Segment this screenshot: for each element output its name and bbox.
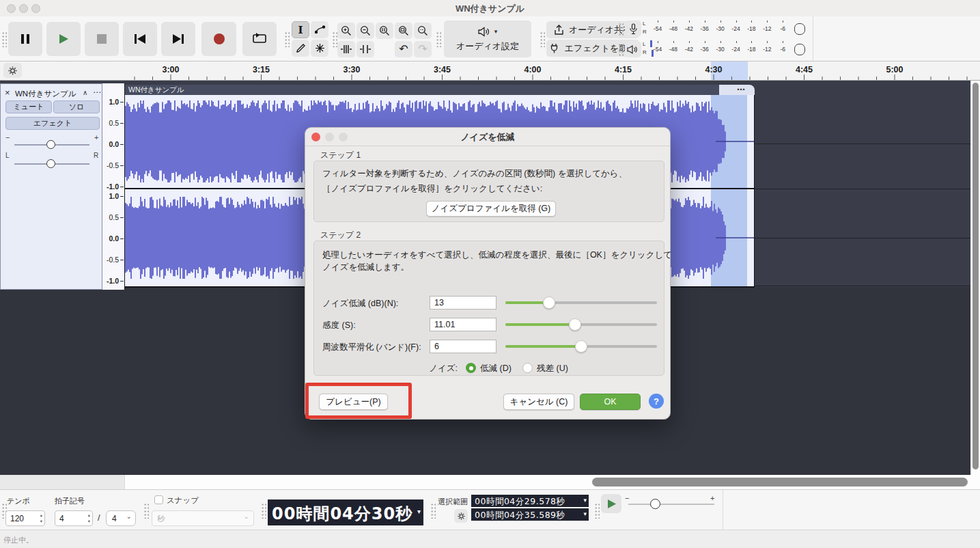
radio-reduce-label[interactable]: 低減 (D) bbox=[480, 363, 512, 374]
selection-start-chevron-icon[interactable]: ▾ bbox=[583, 497, 587, 504]
transport-toolbar-grip[interactable] bbox=[1, 31, 7, 47]
timesig-lower-chevron-icon: ⌄ bbox=[126, 512, 132, 520]
vertical-scrollbar[interactable] bbox=[970, 81, 980, 475]
dialog-title-bar[interactable]: ノイズを低減 bbox=[305, 128, 670, 146]
playback-meter[interactable]: LR-54-48-42-36-30-24-18-12-6 bbox=[643, 40, 811, 58]
tools-toolbar-grip[interactable] bbox=[284, 31, 290, 47]
record-meter-grip[interactable] bbox=[618, 22, 624, 37]
redo-button[interactable]: ↷ bbox=[414, 41, 432, 57]
selection-options-button[interactable] bbox=[454, 509, 468, 523]
envelope-tool-button[interactable] bbox=[311, 21, 328, 38]
track-name[interactable]: WN付きサンプル bbox=[15, 89, 76, 99]
noise-reduction-input[interactable]: 13 bbox=[430, 296, 496, 310]
play-speed-grip[interactable] bbox=[594, 502, 600, 519]
gear-icon bbox=[457, 512, 466, 521]
clip-menu-icon[interactable]: ⋯ bbox=[737, 85, 745, 94]
timeline-ruler[interactable]: 3:003:153:303:454:004:154:304:455:00 bbox=[0, 61, 980, 81]
vertical-ruler[interactable]: 1.00.50.0-0.5-1.01.00.50.0-0.5-1.0 bbox=[102, 83, 125, 290]
timesig-stepper[interactable]: ▴▾ bbox=[88, 512, 90, 524]
frequency-smoothing-input[interactable]: 6 bbox=[430, 340, 496, 353]
snap-checkbox[interactable] bbox=[154, 495, 163, 504]
speed-plus-label: + bbox=[710, 494, 714, 502]
solo-button[interactable]: ソロ bbox=[53, 100, 100, 113]
speed-slider-track[interactable] bbox=[628, 504, 714, 505]
bottom-toolbar-divider bbox=[723, 490, 723, 530]
ok-button[interactable]: OK bbox=[580, 394, 641, 410]
noise-reduction-slider[interactable] bbox=[505, 301, 657, 304]
selection-end-chevron-icon[interactable]: ▾ bbox=[583, 510, 587, 517]
loop-icon bbox=[252, 33, 267, 45]
play-button[interactable] bbox=[46, 22, 81, 56]
help-button[interactable]: ? bbox=[649, 394, 664, 409]
timesig-upper-input[interactable]: 4 ▴▾ bbox=[55, 510, 93, 526]
play-at-speed-button[interactable] bbox=[601, 494, 621, 513]
sensitivity-input[interactable]: 11.01 bbox=[430, 318, 496, 331]
time-display[interactable]: 00時間04分30秒 ▾ bbox=[268, 499, 423, 525]
selection-tool-button[interactable]: I bbox=[292, 21, 309, 38]
horizontal-scrollbar-thumb[interactable] bbox=[592, 478, 968, 487]
record-button[interactable] bbox=[201, 22, 236, 56]
vertical-scrollbar-thumb[interactable] bbox=[972, 83, 979, 469]
track-menu-icon[interactable]: ⋯ bbox=[93, 87, 101, 97]
fit-selection-button[interactable] bbox=[376, 23, 393, 39]
silence-audio-button[interactable] bbox=[356, 41, 374, 57]
ruler-tick bbox=[120, 144, 124, 145]
ruler-tick bbox=[120, 196, 124, 197]
fit-project-button[interactable] bbox=[395, 23, 412, 39]
time-display-chevron-icon[interactable]: ▾ bbox=[417, 508, 421, 515]
timeline-time-label: 4:45 bbox=[789, 65, 819, 74]
status-bar: 停止中。 bbox=[0, 530, 980, 548]
mute-button[interactable]: ミュート bbox=[5, 100, 52, 113]
gain-slider-thumb[interactable] bbox=[46, 140, 55, 149]
skip-to-end-button[interactable] bbox=[161, 22, 195, 56]
pause-button[interactable] bbox=[8, 22, 42, 56]
ruler-value: -1.0 bbox=[102, 182, 119, 191]
close-track-icon[interactable]: × bbox=[5, 87, 10, 98]
frequency-smoothing-slider[interactable] bbox=[505, 345, 657, 348]
loop-button[interactable] bbox=[242, 22, 277, 56]
collapse-track-icon[interactable]: ∧ bbox=[83, 89, 87, 96]
radio-reduce[interactable] bbox=[466, 363, 476, 373]
audio-setup-grip[interactable] bbox=[436, 31, 441, 47]
audio-setup-button[interactable]: ▾ オーディオ設定 bbox=[444, 20, 531, 57]
clip-header[interactable]: WN付きサンプル ⋯ bbox=[125, 85, 755, 95]
stop-button[interactable] bbox=[85, 22, 119, 56]
trim-audio-button[interactable] bbox=[337, 41, 355, 57]
selection-end-field[interactable]: 00時間04分35.589秒 ▾ bbox=[471, 508, 589, 521]
cancel-button[interactable]: キャンセル (C) bbox=[503, 394, 574, 410]
timeline-time-label: 5:00 bbox=[880, 65, 910, 74]
selection-start-value: 00時間04分29.578秒 bbox=[475, 496, 565, 508]
undo-button[interactable]: ↶ bbox=[395, 41, 412, 57]
get-noise-profile-button[interactable]: ノイズプロファイルを取得 (G) bbox=[426, 201, 556, 217]
radio-residue[interactable] bbox=[522, 363, 533, 373]
step1-text-line2: ［ノイズプロファイルを取得］をクリックしてください: bbox=[322, 183, 542, 195]
record-meter-mic-button[interactable] bbox=[625, 20, 641, 37]
snap-combo[interactable]: 秒 ⌄ bbox=[152, 510, 254, 526]
pencil-icon bbox=[296, 43, 306, 53]
edit-toolbar-grip[interactable] bbox=[332, 31, 337, 47]
selection-start-field[interactable]: 00時間04分29.578秒 ▾ bbox=[471, 495, 589, 507]
effects-button[interactable]: エフェクト bbox=[5, 117, 100, 130]
timedisplay-grip[interactable] bbox=[261, 502, 266, 519]
sensitivity-slider[interactable] bbox=[505, 323, 657, 326]
tempo-input[interactable]: 120 ▴▾ bbox=[5, 510, 45, 526]
zoom-toggle-button[interactable] bbox=[414, 23, 432, 39]
draw-tool-button[interactable] bbox=[292, 40, 309, 57]
playback-meter-grip[interactable] bbox=[618, 42, 624, 57]
pan-slider-thumb[interactable] bbox=[46, 159, 55, 168]
selection-toolbar-grip[interactable] bbox=[430, 502, 436, 519]
recording-meter[interactable]: LR-54-48-42-36-30-24-18-12-6 bbox=[643, 20, 811, 38]
track-control-panel[interactable]: × WN付きサンプル ∧ ⋯ ミュート ソロ エフェクト − + L R bbox=[0, 83, 102, 290]
skip-to-start-button[interactable] bbox=[123, 22, 157, 56]
multi-tool-button[interactable] bbox=[311, 40, 328, 57]
tempo-stepper[interactable]: ▴▾ bbox=[40, 512, 42, 524]
zoom-in-button[interactable] bbox=[337, 23, 355, 39]
radio-residue-label[interactable]: 残差 (U) bbox=[537, 363, 568, 374]
timesig-lower-select[interactable]: 4 ⌄ bbox=[106, 510, 136, 526]
speed-slider-thumb[interactable] bbox=[650, 499, 660, 509]
share-toolbar-grip[interactable] bbox=[540, 31, 545, 47]
playback-meter-speaker-button[interactable] bbox=[625, 41, 641, 57]
zoom-out-button[interactable] bbox=[356, 23, 374, 39]
audacity-window: WN付きサンプル I bbox=[0, 0, 980, 548]
snap-toolbar-grip[interactable] bbox=[143, 502, 149, 519]
